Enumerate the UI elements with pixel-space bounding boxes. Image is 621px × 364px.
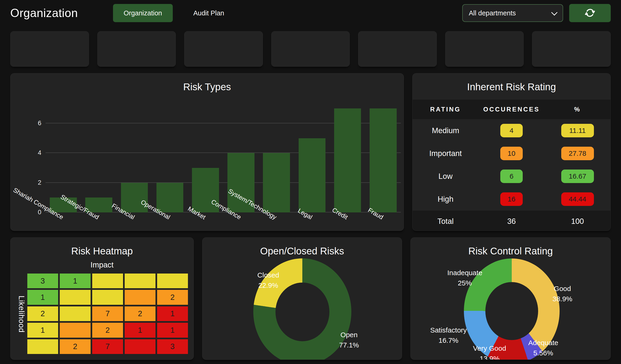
- bar-slot-legal: Legal: [294, 103, 330, 212]
- heatmap-cell-r1c3: [92, 273, 123, 288]
- department-select-value: All departments: [469, 9, 516, 17]
- total-label: Total: [413, 217, 479, 226]
- pct-badge: 44.44: [561, 192, 594, 206]
- donut-hole: [485, 282, 538, 340]
- pct-badge: 11.11: [561, 124, 594, 137]
- rating-cell: Medium: [413, 126, 479, 135]
- open-closed-risks-card: Open/Closed Risks Closed 22.9% Open 77.1…: [202, 237, 402, 360]
- total-occurrences: 36: [479, 217, 545, 226]
- closed-slice-label: Closed 22.9%: [257, 270, 279, 290]
- heatmap-cell-r4c4: 1: [125, 323, 155, 337]
- top-bar: Organization Organization Audit Plan All…: [0, 0, 621, 26]
- stat-card-audit-plans[interactable]: [271, 31, 350, 67]
- bar-slot-operational: Operational: [152, 103, 188, 212]
- donut-hole: [276, 282, 329, 341]
- occurrences-badge: 10: [500, 147, 523, 160]
- heatmap-cell-r5c2: 2: [60, 339, 91, 354]
- page-title: Organization: [10, 6, 78, 20]
- heatmap-cell-r1c2: 1: [60, 273, 91, 288]
- risk-types-chart: 0246Shariah ComplianceStrategic/FraudFin…: [46, 103, 401, 212]
- table-body: Medium411.11Important1027.78Low616.67Hig…: [413, 119, 610, 211]
- table-row-important: Important1027.78: [413, 142, 610, 165]
- bottom-row: Risk Heatmap Impact Likelihood 311227211…: [10, 237, 611, 360]
- bar-slot-market: Market: [188, 103, 223, 212]
- heatmap-cell-r3c1: 2: [27, 306, 58, 321]
- bar-slots: Shariah ComplianceStrategic/FraudFinanci…: [46, 103, 401, 212]
- stat-card-findings[interactable]: [532, 31, 611, 67]
- refresh-button[interactable]: [569, 4, 611, 22]
- heatmap-cell-r2c5: 2: [157, 290, 188, 304]
- bar-system-technology: [263, 153, 290, 212]
- adequate-slice-label: Adequate 5.56%: [528, 338, 558, 358]
- risk-heatmap-title: Risk Heatmap: [11, 237, 193, 257]
- heatmap-cell-r4c1: 1: [27, 323, 58, 337]
- stat-card-risks[interactable]: [184, 31, 263, 67]
- table-row-high: High1644.44: [413, 188, 610, 211]
- bar-slot-fraud: Fraud: [365, 103, 401, 212]
- occurrences-badge: 4: [500, 124, 523, 137]
- inherent-risk-rating-card: Inherent Risk Rating RATING OCCURENCES %…: [412, 73, 611, 231]
- y-tick-label: 4: [28, 149, 41, 157]
- risk-control-rating-title: Risk Control Rating: [411, 237, 610, 257]
- heatmap-cell-r5c3: 7: [92, 339, 123, 354]
- table-row-medium: Medium411.11: [413, 119, 610, 142]
- tab-organization[interactable]: Organization: [113, 4, 173, 22]
- stat-card-engagements[interactable]: [358, 31, 437, 67]
- heatmap-cell-r3c3: 7: [92, 306, 123, 321]
- heatmap-cell-r3c4: 2: [125, 306, 155, 321]
- stat-card-planning[interactable]: [445, 31, 524, 67]
- rating-cell: Low: [413, 172, 479, 181]
- column-header-pct: %: [544, 106, 610, 113]
- stats-row: [10, 31, 611, 67]
- column-header-occurences: OCCURENCES: [479, 106, 545, 113]
- heatmap-cell-r3c5: 1: [157, 306, 188, 321]
- heatmap-cell-r5c1: [27, 339, 58, 354]
- stat-card-departments[interactable]: [10, 31, 89, 67]
- table-row-low: Low616.67: [413, 165, 610, 188]
- inadequate-slice-label: Inadequate 25%: [447, 268, 482, 288]
- y-tick-label: 0: [28, 209, 41, 216]
- y-tick-label: 2: [28, 179, 41, 186]
- inherent-risk-rating-title: Inherent Risk Rating: [413, 73, 610, 93]
- pct-badge: 27.78: [561, 147, 594, 160]
- heatmap-cell-r1c4: [125, 273, 155, 288]
- likelihood-axis-label: Likelihood: [17, 296, 26, 333]
- table-header: RATING OCCURENCES %: [413, 100, 610, 119]
- y-tick-label: 6: [28, 119, 41, 127]
- bar-legal: [299, 138, 326, 212]
- bar-slot-strategic-fraud: Strategic/Fraud: [81, 103, 117, 212]
- bar-financial: [121, 183, 148, 212]
- very-good-slice-label: Very Good 13.9%: [473, 343, 506, 360]
- chevron-down-icon: [551, 9, 557, 16]
- table-total-row: Total 36 100: [413, 211, 610, 231]
- open-slice-label: Open 77.1%: [339, 330, 359, 350]
- heatmap-cell-r4c3: 2: [92, 323, 123, 337]
- satisfactory-slice-label: Satisfactory 16.7%: [430, 325, 467, 345]
- bar-slot-credit: Credit: [330, 103, 365, 212]
- heatmap-cell-r2c1: 1: [27, 290, 58, 304]
- heatmap-cell-r5c4: [125, 339, 155, 354]
- heatmap-cell-r4c2: [60, 323, 91, 337]
- heatmap-cell-r2c2: [60, 290, 91, 304]
- stat-card-team[interactable]: [97, 31, 176, 67]
- heatmap-cell-r3c2: [60, 306, 91, 321]
- rating-cell: High: [413, 195, 479, 204]
- occurrences-badge: 6: [500, 170, 523, 183]
- pct-badge: 16.67: [561, 170, 594, 183]
- heatmap-cell-r2c3: [92, 290, 123, 304]
- bar-fraud: [370, 109, 397, 212]
- risk-types-title: Risk Types: [11, 73, 404, 93]
- impact-axis-label: Impact: [11, 260, 193, 269]
- bar-slot-financial: Financial: [117, 103, 152, 212]
- bar-credit: [334, 109, 361, 212]
- heatmap-cell-r1c1: 3: [27, 273, 58, 288]
- heatmap-cell-r2c4: [125, 290, 155, 304]
- column-header-rating: RATING: [413, 106, 479, 113]
- tab-audit-plan[interactable]: Audit Plan: [193, 9, 224, 17]
- risk-control-rating-card: Risk Control Rating Good 38.9% Adequate …: [410, 237, 611, 360]
- department-select[interactable]: All departments: [462, 4, 563, 22]
- bar-slot-system-technology: System/Technology: [259, 103, 294, 212]
- heatmap-cell-r4c5: 1: [157, 323, 188, 337]
- good-slice-label: Good 38.9%: [552, 284, 572, 304]
- total-pct: 100: [544, 217, 610, 226]
